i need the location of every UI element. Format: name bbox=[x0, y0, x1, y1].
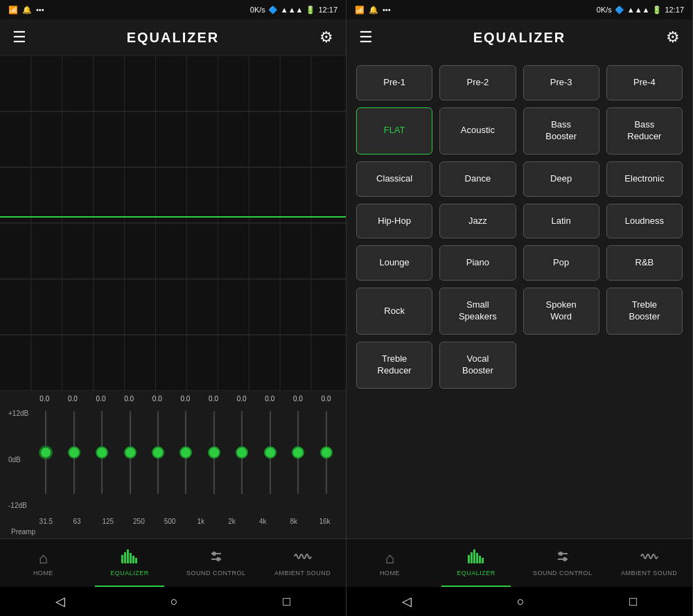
preset-vocal-booster[interactable]: VocalBooster bbox=[439, 342, 516, 389]
freq-1k: 1k bbox=[191, 518, 211, 525]
nav-bar-left: ◁ ○ □ bbox=[0, 587, 346, 616]
svg-rect-20 bbox=[130, 553, 132, 563]
slider-track-preamp bbox=[45, 411, 46, 494]
nav-ambient-left[interactable]: AMBIENT SOUND bbox=[259, 539, 346, 587]
preset-dance[interactable]: Dance bbox=[439, 161, 516, 197]
preset-piano[interactable]: Piano bbox=[439, 245, 516, 281]
network-speed: 0K/s bbox=[250, 6, 265, 14]
preset-spoken-word[interactable]: SpokenWord bbox=[523, 288, 599, 335]
preset-pre2[interactable]: Pre-2 bbox=[439, 65, 516, 100]
db-val-preamp: 0.0 bbox=[34, 395, 55, 403]
svg-rect-32 bbox=[482, 558, 484, 563]
battery-icon-r: 🔋 bbox=[652, 6, 662, 15]
sliders-grid[interactable] bbox=[32, 404, 340, 515]
svg-rect-19 bbox=[127, 549, 129, 563]
preset-lounge[interactable]: Lounge bbox=[356, 245, 432, 281]
preset-bass-booster[interactable]: BassBooster bbox=[523, 107, 599, 155]
svg-point-24 bbox=[212, 552, 216, 556]
svg-rect-18 bbox=[124, 552, 126, 563]
preset-rock[interactable]: Rock bbox=[356, 288, 432, 335]
db-val-3: 0.0 bbox=[147, 395, 168, 403]
slider-1k[interactable] bbox=[204, 411, 225, 508]
status-right: 0K/s 🔷 ▲▲▲ 🔋 12:17 bbox=[250, 6, 337, 15]
freq-500: 500 bbox=[159, 518, 180, 525]
svg-point-34 bbox=[559, 552, 563, 556]
bluetooth-icon-r: 🔷 bbox=[615, 6, 624, 15]
preset-latin[interactable]: Latin bbox=[523, 204, 599, 239]
slider-16k[interactable] bbox=[316, 411, 337, 508]
nav-home-right[interactable]: ⌂ HOME bbox=[346, 539, 433, 587]
slider-63hz[interactable] bbox=[91, 411, 112, 508]
nav-sound-control-right[interactable]: SOUND CONTROL bbox=[520, 539, 606, 587]
panel-equalizer-sliders: 📶 🔔 ••• 0K/s 🔷 ▲▲▲ 🔋 12:17 ☰ EQUALIZER ⚙ bbox=[0, 0, 346, 616]
preset-electronic[interactable]: Electronic bbox=[606, 161, 683, 197]
nav-sound-control-left[interactable]: SOUND CONTROL bbox=[173, 539, 260, 587]
svg-rect-28 bbox=[471, 552, 473, 563]
svg-rect-30 bbox=[476, 553, 478, 563]
clock-r: 12:17 bbox=[665, 6, 684, 14]
home-btn-left[interactable]: ○ bbox=[170, 595, 178, 609]
freq-4k: 4k bbox=[252, 518, 273, 525]
preset-pre1[interactable]: Pre-1 bbox=[356, 65, 432, 100]
db-val-2: 0.0 bbox=[119, 395, 139, 403]
settings-icon-left[interactable]: ⚙ bbox=[319, 28, 333, 46]
svg-rect-29 bbox=[473, 549, 475, 563]
nav-home-left[interactable]: ⌂ HOME bbox=[0, 539, 87, 587]
settings-icon-right[interactable]: ⚙ bbox=[666, 28, 680, 46]
home-btn-right[interactable]: ○ bbox=[517, 595, 525, 609]
recent-btn-right[interactable]: □ bbox=[629, 595, 637, 609]
sliders-section: 0.0 0.0 0.0 0.0 0.0 0.0 0.0 0.0 0.0 0.0 … bbox=[0, 391, 346, 538]
status-right-r: 0K/s 🔷 ▲▲▲ 🔋 12:17 bbox=[597, 6, 684, 15]
preset-pop[interactable]: Pop bbox=[523, 245, 599, 281]
slider-8k[interactable] bbox=[288, 411, 308, 508]
nav-equalizer-right[interactable]: EQUALIZER bbox=[433, 539, 520, 587]
preset-deep[interactable]: Deep bbox=[523, 161, 599, 197]
back-btn-right[interactable]: ◁ bbox=[402, 594, 412, 609]
recent-btn-left[interactable]: □ bbox=[283, 595, 290, 609]
slider-4k[interactable] bbox=[260, 411, 281, 508]
nav-sound-control-label-right: SOUND CONTROL bbox=[533, 570, 593, 577]
slider-preamp[interactable] bbox=[35, 411, 56, 508]
nav-ambient-right[interactable]: AMBIENT SOUND bbox=[606, 539, 692, 587]
slider-31hz[interactable] bbox=[64, 411, 85, 508]
bottom-nav-right: ⌂ HOME EQUALIZER bbox=[346, 538, 692, 587]
svg-rect-31 bbox=[479, 556, 481, 563]
slider-125hz[interactable] bbox=[120, 411, 141, 508]
freq-250: 250 bbox=[128, 518, 149, 525]
db-values-row: 0.0 0.0 0.0 0.0 0.0 0.0 0.0 0.0 0.0 0.0 … bbox=[6, 391, 340, 404]
preset-loudness[interactable]: Loudness bbox=[606, 204, 683, 239]
preset-treble-booster[interactable]: TrebleBooster bbox=[606, 288, 683, 335]
preset-acoustic[interactable]: Acoustic bbox=[439, 107, 516, 155]
preset-pre4[interactable]: Pre-4 bbox=[606, 65, 683, 100]
menu-icon[interactable]: ☰ bbox=[12, 28, 26, 46]
nav-equalizer-left[interactable]: EQUALIZER bbox=[87, 539, 173, 587]
preset-jazz[interactable]: Jazz bbox=[439, 204, 516, 239]
app-title-left: EQUALIZER bbox=[127, 30, 220, 46]
preset-classical[interactable]: Classical bbox=[356, 161, 432, 197]
wifi-icon-r: 🔔 bbox=[369, 6, 378, 15]
preset-hip-hop[interactable]: Hip-Hop bbox=[356, 204, 432, 239]
clock: 12:17 bbox=[318, 6, 337, 14]
preset-pre3[interactable]: Pre-3 bbox=[523, 65, 599, 100]
preset-rnb[interactable]: R&B bbox=[606, 245, 683, 281]
nav-bar-right: ◁ ○ □ bbox=[346, 587, 692, 616]
menu-icon-right[interactable]: ☰ bbox=[359, 28, 373, 46]
freq-2k: 2k bbox=[221, 518, 242, 525]
presets-container: Pre-1 Pre-2 Pre-3 Pre-4 FLAT Acoustic Ba… bbox=[346, 55, 692, 538]
header-right: ☰ EQUALIZER ⚙ bbox=[346, 19, 692, 55]
preset-small-speakers[interactable]: SmallSpeakers bbox=[439, 288, 516, 335]
nav-home-label-left: HOME bbox=[33, 570, 53, 577]
slider-2k[interactable] bbox=[231, 411, 252, 508]
preset-treble-reducer[interactable]: TrebleReducer bbox=[356, 342, 432, 389]
network-speed-r: 0K/s bbox=[597, 6, 612, 14]
slider-250hz[interactable] bbox=[148, 411, 168, 508]
back-btn-left[interactable]: ◁ bbox=[55, 594, 65, 609]
sliders-container: +12dB 0dB -12dB bbox=[6, 404, 340, 515]
db-bot-label: -12dB bbox=[8, 502, 29, 509]
preset-bass-reducer[interactable]: BassReducer bbox=[606, 107, 683, 155]
freq-labels: 31.5 63 125 250 500 1k 2k 4k 8k 16k bbox=[6, 515, 340, 528]
eq-grid-svg bbox=[0, 55, 346, 391]
preset-flat[interactable]: FLAT bbox=[356, 107, 432, 155]
slider-500hz[interactable] bbox=[175, 411, 196, 508]
db-val-5: 0.0 bbox=[203, 395, 224, 403]
